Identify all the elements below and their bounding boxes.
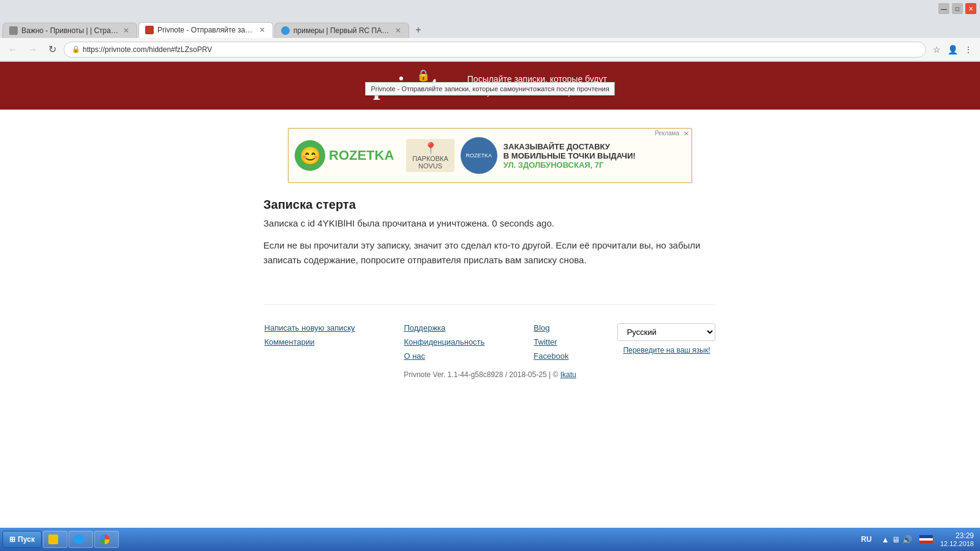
bookmark-icon[interactable]: ☆ <box>930 43 943 56</box>
ad-map-section: 📍 ПАРКОВКА NOVUS <box>406 139 454 172</box>
taskbar-app-3-icon <box>100 534 110 544</box>
maximize-button[interactable]: □ <box>952 3 963 14</box>
footer-blog-link[interactable]: Blog <box>533 323 568 332</box>
title-bar: — □ ✕ <box>0 0 980 17</box>
ad-label: Реклама <box>655 130 679 137</box>
tab-1[interactable]: Важно - Привноты | | Страниц... ✕ <box>2 23 137 38</box>
footer-privacy-link[interactable]: Конфиденциальность <box>404 337 484 347</box>
start-label: Пуск <box>18 535 35 544</box>
taskbar-app-1[interactable] <box>43 531 67 548</box>
tab-2-close[interactable]: ✕ <box>258 26 266 34</box>
footer-version-text: Privnote Ver. 1.1-44-g58c8928 / 2018-05-… <box>404 370 560 379</box>
start-button[interactable]: ⊞ Пуск <box>2 531 42 548</box>
tab-2-title: Privnote - Отправляйте записки, к... <box>157 26 254 34</box>
tab-3[interactable]: примеры | Первый RC ПАВ Форум... ✕ <box>274 23 409 38</box>
tab-1-close[interactable]: ✕ <box>122 26 130 35</box>
close-button[interactable]: ✕ <box>965 3 976 14</box>
footer-inner: Написать новую записку Комментарии Подде… <box>263 323 717 361</box>
footer-facebook-link[interactable]: Facebook <box>533 351 568 361</box>
footer-ikatu-link[interactable]: Ikatu <box>560 370 576 379</box>
taskbar-lang-indicator: RU <box>859 535 874 544</box>
ad-map-label-1: ПАРКОВКА <box>412 155 448 162</box>
ad-circle-image: ROZETKA <box>461 137 497 174</box>
ad-map-label-2: NOVUS <box>418 162 442 170</box>
ad-cta-line1: ЗАКАЗЫВАЙТЕ ДОСТАВКУ <box>503 142 636 151</box>
footer-support-link[interactable]: Поддержка <box>404 323 484 332</box>
tab-2[interactable]: Privnote - Отправляйте записки, к... ✕ <box>138 22 273 38</box>
window-controls[interactable]: — □ ✕ <box>938 3 976 14</box>
ad-cta-line2: В МОБИЛЬНЫЕ ТОЧКИ ВЫДАЧИ! <box>503 151 636 160</box>
ad-cta-address: УЛ. ЗДОЛБУНОВСКАЯ, 7Г <box>503 160 636 170</box>
ad-smile-icon: 😊 <box>295 140 325 171</box>
taskbar-tray: ▲ 🖥 🔊 <box>878 535 916 544</box>
footer-lang-section: Русский English Deutsch Français Español… <box>617 323 715 354</box>
taskbar-clock: 23:29 12.12.2018 <box>937 531 978 547</box>
language-select[interactable]: Русский English Deutsch Français Español <box>617 323 715 341</box>
tray-network-icon: 🖥 <box>892 535 900 544</box>
taskbar-app-2[interactable] <box>69 531 93 548</box>
ad-map-pin-icon: 📍 <box>424 141 437 155</box>
footer-col-3: Blog Twitter Facebook <box>533 323 568 361</box>
taskbar-date-display: 12.12.2018 <box>940 540 974 547</box>
ad-circle-text: ROZETKA <box>466 152 492 159</box>
address-text: https://privnote.com/hidden#fzLZsoPRV <box>83 45 918 54</box>
footer-about-link[interactable]: О нас <box>404 351 484 361</box>
taskbar-time-display: 23:29 <box>940 531 974 540</box>
tab-2-favicon <box>145 26 154 34</box>
site-footer: Написать новую записку Комментарии Подде… <box>263 304 717 391</box>
footer-twitter-link[interactable]: Twitter <box>533 337 568 347</box>
tab-1-favicon <box>9 26 18 35</box>
footer-col-1: Написать новую записку Комментарии <box>265 323 355 347</box>
taskbar-app-1-icon <box>48 534 58 544</box>
minimize-button[interactable]: — <box>938 3 949 14</box>
tray-volume-icon: 🔊 <box>902 535 912 544</box>
footer-new-note-link[interactable]: Написать новую записку <box>265 323 355 332</box>
ad-rozetka-logo: 😊 ROZETKA <box>295 140 394 171</box>
taskbar-app-3[interactable] <box>94 531 119 548</box>
tab-3-favicon <box>281 26 290 35</box>
footer-comments-link[interactable]: Комментарии <box>265 337 355 347</box>
ad-close-button[interactable]: ✕ <box>684 130 689 138</box>
taskbar-right: RU ▲ 🖥 🔊 23:29 12.12.2018 <box>859 531 978 547</box>
page-content: privn🔒te Посылайте записки, которые буду… <box>0 62 980 551</box>
tab-1-title: Важно - Привноты | | Страниц... <box>21 26 118 35</box>
nav-bar: ← → ↻ 🔒 https://privnote.com/hidden#fzLZ… <box>0 38 980 61</box>
tray-expand-icon[interactable]: ▲ <box>881 535 889 544</box>
ad-banner: Реклама ✕ 😊 ROZETKA 📍 ПАРКОВКА NOVUS ROZ… <box>288 128 692 183</box>
footer-version: Privnote Ver. 1.1-44-g58c8928 / 2018-05-… <box>263 370 717 379</box>
deleted-title: Записка стерта <box>263 198 717 212</box>
menu-icon[interactable]: ⋮ <box>962 43 975 56</box>
tab-bar: Важно - Привноты | | Страниц... ✕ Privno… <box>0 17 980 38</box>
taskbar: ⊞ Пуск RU ▲ 🖥 🔊 23:29 12.12.2018 <box>0 528 980 551</box>
ad-cta-text: ЗАКАЗЫВАЙТЕ ДОСТАВКУ В МОБИЛЬНЫЕ ТОЧКИ В… <box>503 142 636 170</box>
new-tab-button[interactable]: + <box>410 22 426 38</box>
nav-right-icons: ☆ 👤 ⋮ <box>930 43 975 56</box>
deleted-desc: Если не вы прочитали эту записку, значит… <box>263 238 717 268</box>
back-button[interactable]: ← <box>5 42 21 58</box>
lock-icon: 🔒 <box>72 45 80 53</box>
main-content: Реклама ✕ 😊 ROZETKA 📍 ПАРКОВКА NOVUS ROZ… <box>251 110 729 403</box>
ad-brand-name: ROZETKA <box>329 148 394 163</box>
address-tooltip: Privnote - Отправляйте записки, которые … <box>365 82 614 96</box>
forward-button[interactable]: → <box>24 42 40 58</box>
address-bar[interactable]: 🔒 https://privnote.com/hidden#fzLZsoPRV <box>64 42 926 58</box>
taskbar-flag-icon <box>919 535 933 544</box>
tab-3-close[interactable]: ✕ <box>394 26 402 35</box>
account-icon[interactable]: 👤 <box>946 43 959 56</box>
footer-col-2: Поддержка Конфиденциальность О нас <box>404 323 484 361</box>
taskbar-app-2-icon <box>74 534 84 544</box>
tab-3-title: примеры | Первый RC ПАВ Форум... <box>293 26 390 35</box>
footer-translate-link[interactable]: Переведите на ваш язык! <box>623 346 710 354</box>
deleted-info: Записка с id 4YKIBlHI была прочитана и у… <box>263 218 717 228</box>
windows-icon: ⊞ <box>9 535 15 544</box>
reload-button[interactable]: ↻ <box>44 42 60 58</box>
